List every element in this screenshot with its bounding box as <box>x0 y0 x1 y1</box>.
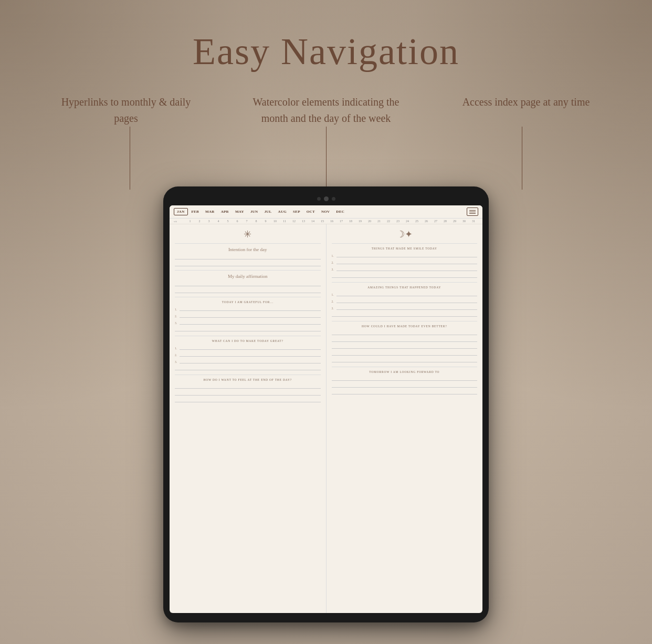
day-28[interactable]: 28 <box>441 220 449 223</box>
better-line-2[interactable] <box>332 337 478 342</box>
features-row: Hyperlinks to monthly & daily pages Wate… <box>0 74 652 127</box>
day-9[interactable]: 9 <box>262 220 269 223</box>
month-may[interactable]: MAY <box>233 209 247 215</box>
great-section: WHAT CAN I DO TO MAKE TODAY GREAT? 1. 2.… <box>175 336 321 370</box>
day-10[interactable]: 10 <box>271 220 279 223</box>
amazing-extra-line[interactable] <box>332 311 478 317</box>
tomorrow-title: TOMORROW I AM LOOKING FORWARD TO <box>332 370 478 373</box>
grateful-section: TODAY I AM GRATEFUL FOR... 1. 2. 3. <box>175 297 321 331</box>
menu-line-1 <box>469 210 476 211</box>
day-4[interactable]: 4 <box>215 220 222 223</box>
endofday-line-2[interactable] <box>175 390 321 396</box>
tablet-camera-bar <box>170 194 482 203</box>
tablet-shell: JAN FEB MAR APR MAY JUN JUL AUG SEP OCT … <box>163 186 489 622</box>
endofday-line-3[interactable] <box>175 397 321 402</box>
day-15[interactable]: 15 <box>319 220 326 223</box>
day-16[interactable]: 16 <box>328 220 335 223</box>
page-title: Easy Navigation <box>0 0 652 74</box>
great-entry-3: 3. <box>175 358 321 363</box>
smile-section: THINGS THAT MADE ME SMILE TODAY 1. 2. 3. <box>332 243 478 278</box>
month-feb[interactable]: FEB <box>189 209 202 215</box>
grateful-extra-line[interactable] <box>175 326 321 331</box>
day-18[interactable]: 18 <box>347 220 354 223</box>
better-line-3[interactable] <box>332 344 478 349</box>
week-label: wk <box>174 220 184 223</box>
month-dec[interactable]: DEC <box>333 209 347 215</box>
day-21[interactable]: 21 <box>375 220 383 223</box>
endofday-section: HOW DO I WANT TO FEEL AT THE END OF THE … <box>175 375 321 402</box>
great-extra-line[interactable] <box>175 365 321 370</box>
affirmation-line-1[interactable] <box>175 281 321 286</box>
amazing-entry-2: 2. <box>332 298 478 303</box>
camera-dot-2 <box>332 197 335 201</box>
day-26[interactable]: 26 <box>423 220 430 223</box>
better-section: HOW COULD I HAVE MADE TODAY EVEN BETTER? <box>332 321 478 362</box>
feature-hyperlinks: Hyperlinks to monthly & daily pages <box>52 94 199 127</box>
month-jul[interactable]: JUL <box>261 209 274 215</box>
day-30[interactable]: 30 <box>460 220 468 223</box>
day-11[interactable]: 11 <box>281 220 288 223</box>
affirmation-section: My daily affirmation <box>175 270 321 297</box>
moon-icon: ☽✦ <box>396 228 413 240</box>
month-aug[interactable]: AUG <box>276 209 289 215</box>
tomorrow-line-2[interactable] <box>332 382 478 388</box>
day-31[interactable]: 31 <box>470 220 477 223</box>
month-oct[interactable]: OCT <box>304 209 318 215</box>
menu-line-2 <box>469 212 476 212</box>
day-12[interactable]: 12 <box>290 220 298 223</box>
month-sep[interactable]: SEP <box>290 209 303 215</box>
month-jan[interactable]: JAN <box>174 208 188 215</box>
day-2[interactable]: 2 <box>196 220 203 223</box>
amazing-entry-1: 1. <box>332 291 478 296</box>
month-mar[interactable]: MAR <box>203 209 217 215</box>
grateful-title: TODAY I AM GRATEFUL FOR... <box>175 300 321 304</box>
better-line-4[interactable] <box>332 350 478 356</box>
endofday-line-1[interactable] <box>175 383 321 389</box>
day-17[interactable]: 17 <box>338 220 345 223</box>
connector-center <box>326 127 327 190</box>
feature-access: Access index page at any time <box>453 94 600 127</box>
better-line-1[interactable] <box>332 330 478 335</box>
day-6[interactable]: 6 <box>234 220 241 223</box>
smile-entry-3: 3. <box>332 266 478 271</box>
tablet-screen: JAN FEB MAR APR MAY JUN JUL AUG SEP OCT … <box>170 205 482 613</box>
great-entry-1: 1. <box>175 345 321 350</box>
amazing-entry-3: 3. <box>332 305 478 310</box>
day-7[interactable]: 7 <box>243 220 250 223</box>
day-5[interactable]: 5 <box>224 220 232 223</box>
tomorrow-line-1[interactable] <box>332 376 478 381</box>
day-23[interactable]: 23 <box>394 220 402 223</box>
day-13[interactable]: 13 <box>300 220 307 223</box>
month-nov[interactable]: NOV <box>319 209 332 215</box>
menu-line-3 <box>469 213 476 214</box>
connector-left <box>130 127 130 190</box>
smile-extra-line[interactable] <box>332 273 478 278</box>
day-19[interactable]: 19 <box>356 220 364 223</box>
tomorrow-line-3[interactable] <box>332 389 478 394</box>
tablet-wrapper: JAN FEB MAR APR MAY JUN JUL AUG SEP OCT … <box>163 186 489 622</box>
better-title: HOW COULD I HAVE MADE TODAY EVEN BETTER? <box>332 325 478 328</box>
day-14[interactable]: 14 <box>309 220 317 223</box>
day-29[interactable]: 29 <box>451 220 458 223</box>
affirmation-line-2[interactable] <box>175 288 321 293</box>
day-1[interactable]: 1 <box>186 220 194 223</box>
intention-line-2[interactable] <box>175 261 321 266</box>
connectors <box>42 127 610 190</box>
day-24[interactable]: 24 <box>404 220 411 223</box>
feature-watercolor: Watercolor elements indicating the month… <box>253 94 399 127</box>
menu-button[interactable] <box>467 207 478 216</box>
month-jun[interactable]: JUN <box>248 209 261 215</box>
day-25[interactable]: 25 <box>413 220 420 223</box>
day-3[interactable]: 3 <box>205 220 213 223</box>
day-27[interactable]: 27 <box>432 220 439 223</box>
month-apr[interactable]: APR <box>218 209 232 215</box>
journal-content: ✳ Intention for the day My d <box>170 224 482 613</box>
better-line-5[interactable] <box>332 357 478 362</box>
day-20[interactable]: 20 <box>366 220 373 223</box>
day-22[interactable]: 22 <box>385 220 392 223</box>
smile-entry-2: 2. <box>332 259 478 264</box>
great-entry-2: 2. <box>175 351 321 357</box>
intention-line-1[interactable] <box>175 254 321 259</box>
month-nav[interactable]: JAN FEB MAR APR MAY JUN JUL AUG SEP OCT … <box>170 205 482 219</box>
day-8[interactable]: 8 <box>253 220 260 223</box>
